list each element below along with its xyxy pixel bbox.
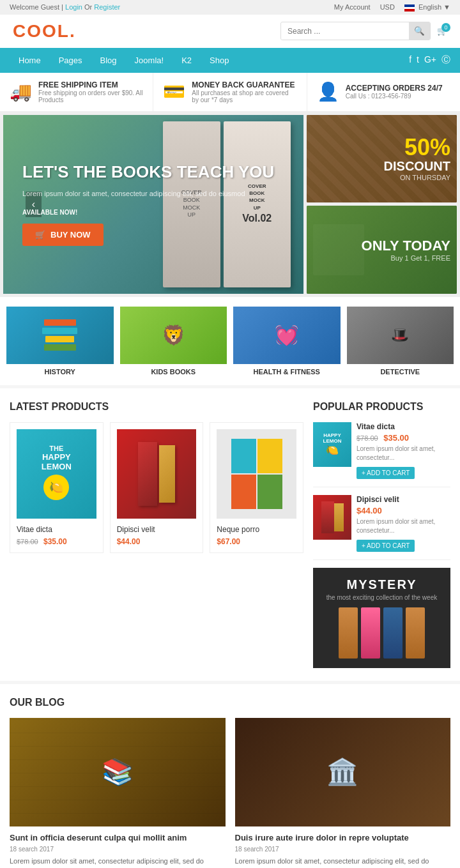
cart-icon[interactable]: 🛒 0: [437, 26, 447, 36]
categories-row: HISTORY 🦁 KIDS BOOKS 💓 HEALTH & FITNESS …: [0, 297, 460, 385]
nav-blog[interactable]: Blog: [91, 48, 126, 73]
discount-banner[interactable]: 50% DISCOUNT ON THURSDAY: [307, 115, 457, 203]
header-right: 🔍 🛒 0: [280, 22, 447, 40]
popular-title-2: Dipisci velit: [356, 495, 450, 504]
add-to-cart-1[interactable]: + ADD TO CART: [356, 467, 415, 479]
discount-percentage: 50%: [404, 136, 450, 159]
category-health[interactable]: 💓 HEALTH & FITNESS: [230, 303, 344, 379]
products-label: PRODUCTS: [51, 401, 109, 412]
top-bar-left: Welcome Guest | Login Or Register: [10, 3, 120, 11]
cart-badge: 0: [441, 23, 450, 32]
blog-title-2: Duis irure aute irure dolor in repre vol…: [235, 833, 451, 842]
hero-text: LET'S THE BOOKS TEACH YOU Lorem ipsum do…: [22, 162, 274, 246]
nav-home[interactable]: Home: [10, 48, 50, 73]
blog-date-1: 18 search 2017: [10, 846, 226, 853]
latest-products-title: LATEST PRODUCTS: [10, 401, 303, 413]
blog-img-2: 🏛️: [235, 718, 451, 826]
blog-excerpt-2: Lorem ipsum dolor sit amet, consectetur …: [235, 856, 451, 868]
blog-date-2: 18 search 2017: [235, 846, 451, 853]
blog-card-2[interactable]: 🏛️ Duis irure aute irure dolor in repre …: [235, 718, 451, 868]
product-card-3[interactable]: Neque porro $67.00: [210, 422, 303, 553]
blog-excerpt-1: Lorem ipsum dolor sit amet, consectetur …: [10, 856, 226, 868]
mystery-box: MYSTERY the most exciting collection of …: [313, 568, 450, 668]
product-price-1: $78.00 $35.00: [17, 537, 96, 546]
product-card-2[interactable]: Dipisci velit $44.00: [110, 422, 204, 553]
nav-joomla[interactable]: Joomla!: [126, 48, 173, 73]
nav-social: f t G+ Ⓒ: [409, 54, 450, 66]
google-nav-icon[interactable]: G+: [424, 54, 436, 66]
add-to-cart-2[interactable]: + ADD TO CART: [356, 540, 415, 552]
currency-select[interactable]: USD: [380, 3, 395, 11]
search-input[interactable]: [281, 23, 409, 40]
buy-now-label: BUY NOW: [50, 230, 91, 240]
popular-info-2: Dipisci velit $44.00 Lorem ipsum dolor s…: [356, 495, 450, 552]
login-link[interactable]: Login: [65, 3, 82, 11]
popular-item-2: Dipisci velit $44.00 Lorem ipsum dolor s…: [313, 495, 450, 560]
my-account[interactable]: My Account: [334, 3, 371, 11]
blog-card-1[interactable]: 📚 Sunt in officia deserunt culpa qui mol…: [10, 718, 226, 868]
facebook-nav-icon[interactable]: f: [409, 54, 411, 66]
cart-btn-icon: 🛒: [35, 230, 45, 240]
hero-section: LET'S THE BOOKS TEACH YOU Lorem ipsum do…: [0, 112, 460, 297]
popular-new-2: $44.00: [356, 506, 382, 515]
language-select[interactable]: English ▼: [404, 3, 450, 11]
popular-products-title: POPULAR PRODUCTS: [313, 401, 450, 413]
shipping-title: FREE SHIPPING ITEM: [38, 80, 143, 89]
product-img-3: [217, 429, 296, 519]
nav-shop[interactable]: Shop: [201, 48, 238, 73]
feature-guarantee-text: MONEY BACK GUARANTEE All purchases at sh…: [192, 80, 296, 103]
register-link[interactable]: Register: [94, 3, 120, 11]
popular-info-1: Vitae dicta $78.00 $35.00 Lorem ipsum do…: [356, 422, 450, 479]
category-detective[interactable]: 🎩 DETECTIVE: [344, 303, 457, 379]
blog-title-1: Sunt in officia deserunt culpa qui molli…: [10, 833, 226, 842]
popular-products-label: PRODUCTS: [366, 401, 424, 412]
hero-main-banner: LET'S THE BOOKS TEACH YOU Lorem ipsum do…: [3, 115, 303, 294]
popular-old-1: $78.00: [356, 434, 378, 442]
discount-label: DISCOUNT: [384, 159, 450, 174]
health-thumb: 💓: [233, 307, 341, 364]
or-text: Or: [84, 3, 94, 11]
blog-section: OUR BLOG 📚 Sunt in officia deserunt culp…: [0, 684, 460, 868]
hero-available: AVAILABLE NOW!: [22, 209, 274, 216]
popular-desc-1: Lorem ipsum dolor sit amet, consectetur.…: [356, 445, 450, 462]
mystery-title: MYSTERY: [323, 577, 441, 592]
top-bar-right: My Account USD English ▼: [334, 3, 450, 11]
blog-title: OUR BLOG: [10, 697, 450, 708]
product-price-2: $44.00: [117, 537, 197, 546]
products-grid: THE HAPPY LEMON 🍋 Vitae dicta $78.00 $35…: [10, 422, 303, 553]
pinterest-nav-icon[interactable]: Ⓒ: [441, 54, 450, 66]
shipping-desc: Free shipping on orders over $90. All Pr…: [38, 89, 143, 103]
detective-label: DETECTIVE: [347, 368, 454, 376]
product-card-1[interactable]: THE HAPPY LEMON 🍋 Vitae dicta $78.00 $35…: [10, 422, 103, 553]
price-old-1: $78.00: [17, 538, 38, 545]
orders-desc: Call Us : 0123-456-789: [346, 93, 443, 100]
nav-pages[interactable]: Pages: [50, 48, 91, 73]
product-img-2: [117, 429, 197, 519]
logo-text: COOL: [13, 21, 70, 41]
category-history[interactable]: HISTORY: [3, 303, 117, 379]
only-today-banner[interactable]: ONLY TODAY Buy 1 Get 1, FREE: [307, 206, 457, 294]
latest-products: LATEST PRODUCTS THE HAPPY LEMON 🍋 Vitae …: [10, 401, 303, 668]
product-price-3: $67.00: [217, 537, 296, 546]
only-today-text: ONLY TODAY: [362, 238, 450, 254]
logo[interactable]: COOL.: [13, 21, 76, 42]
latest-label: LATEST: [10, 401, 49, 412]
category-kids[interactable]: 🦁 KIDS BOOKS: [117, 303, 231, 379]
popular-label: POPULAR: [313, 401, 363, 412]
blog-label: BLOG: [35, 697, 65, 708]
our-label: OUR: [10, 697, 33, 708]
popular-price-1: $78.00 $35.00: [356, 433, 450, 443]
detective-thumb: 🎩: [347, 307, 454, 364]
nav-k2[interactable]: K2: [172, 48, 201, 73]
feature-orders-text: ACCEPTING ORDERS 24/7 Call Us : 0123-456…: [346, 84, 443, 100]
popular-item-1: HAPPY LEMON 🍋 Vitae dicta $78.00 $35.00 …: [313, 422, 450, 487]
search-button[interactable]: 🔍: [409, 22, 430, 40]
mystery-subtitle: the most exciting collection of the week: [323, 594, 441, 601]
mystery-book-1: [339, 607, 358, 659]
person-icon: 👤: [317, 81, 339, 102]
features-bar: 🚚 FREE SHIPPING ITEM Free shipping on or…: [0, 73, 460, 112]
popular-title-1: Vitae dicta: [356, 422, 450, 431]
buy-now-button[interactable]: 🛒 BUY NOW: [22, 224, 103, 246]
blog-img-1: 📚: [10, 718, 226, 826]
twitter-nav-icon[interactable]: t: [417, 54, 419, 66]
